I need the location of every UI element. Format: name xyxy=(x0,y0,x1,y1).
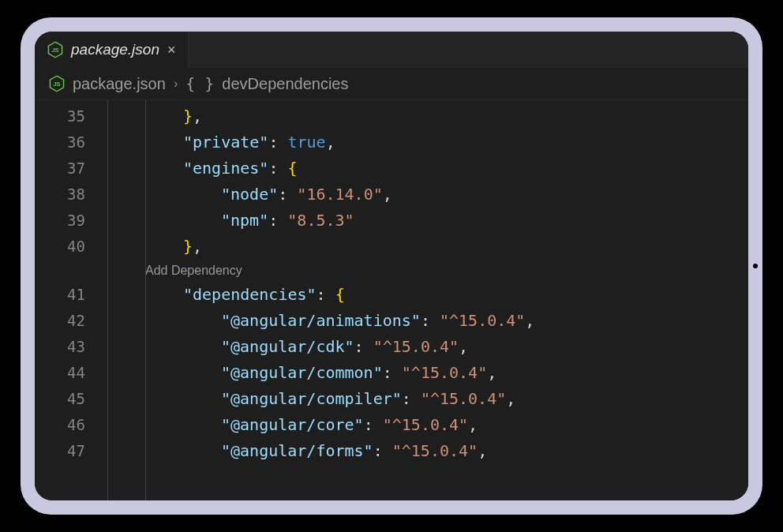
line-number: 43 xyxy=(35,334,85,360)
line-number: 45 xyxy=(35,386,85,412)
breadcrumb-file[interactable]: package.json xyxy=(73,75,166,93)
close-icon[interactable]: × xyxy=(167,42,176,58)
code-area[interactable]: }, "private": true, "engines": { "node":… xyxy=(107,100,748,500)
line-number: 39 xyxy=(35,208,85,234)
line-number: 41 xyxy=(35,282,85,308)
code-line[interactable]: "@angular/cdk": "^15.0.4", xyxy=(107,334,748,360)
code-line[interactable]: "npm": "8.5.3" xyxy=(107,208,748,234)
nodejs-icon: JS xyxy=(49,75,65,92)
code-line[interactable]: }, xyxy=(107,234,748,260)
code-line[interactable]: "private": true, xyxy=(107,129,748,155)
tablet-frame: JS package.json × JS package.json › { } … xyxy=(21,17,762,515)
nodejs-icon: JS xyxy=(47,41,63,58)
svg-text:JS: JS xyxy=(52,47,59,54)
line-number: 36 xyxy=(35,129,85,155)
tab-filename: package.json xyxy=(71,41,159,58)
line-number: 38 xyxy=(35,182,85,208)
code-line[interactable]: "@angular/forms": "^15.0.4", xyxy=(107,438,748,464)
code-line[interactable]: "@angular/compiler": "^15.0.4", xyxy=(107,386,748,412)
tab-bar: JS package.json × xyxy=(35,32,748,68)
code-line[interactable]: "@angular/animations": "^15.0.4", xyxy=(107,308,748,334)
code-editor[interactable]: 35 36 37 38 39 40 41 42 43 44 45 46 47 xyxy=(35,100,748,500)
tab-bar-empty xyxy=(189,32,748,68)
braces-icon: { } xyxy=(185,74,214,93)
breadcrumb-section[interactable]: devDependencies xyxy=(222,75,348,93)
line-gutter: 35 36 37 38 39 40 41 42 43 44 45 46 47 xyxy=(35,100,107,500)
code-line[interactable]: "dependencies": { xyxy=(107,282,748,308)
code-line[interactable]: "@angular/common": "^15.0.4", xyxy=(107,360,748,386)
line-number: 46 xyxy=(35,412,85,438)
line-number: 37 xyxy=(35,155,85,182)
line-number: 40 xyxy=(35,234,85,260)
tab-package-json[interactable]: JS package.json × xyxy=(35,32,189,68)
line-number: 42 xyxy=(35,308,85,334)
codelens-add-dependency[interactable]: Add Dependency xyxy=(107,260,748,282)
chevron-right-icon: › xyxy=(174,77,178,91)
code-line[interactable]: "@angular/core": "^15.0.4", xyxy=(107,412,748,438)
svg-text:JS: JS xyxy=(54,81,61,88)
code-line[interactable]: "node": "16.14.0", xyxy=(107,182,748,208)
line-number: 47 xyxy=(35,438,85,464)
code-line[interactable]: }, xyxy=(107,103,748,129)
breadcrumb[interactable]: JS package.json › { } devDependencies xyxy=(35,68,748,100)
line-number: 44 xyxy=(35,360,85,386)
code-line[interactable]: "engines": { xyxy=(107,155,748,182)
editor-screen: JS package.json × JS package.json › { } … xyxy=(35,32,748,500)
line-number: 35 xyxy=(35,103,85,129)
